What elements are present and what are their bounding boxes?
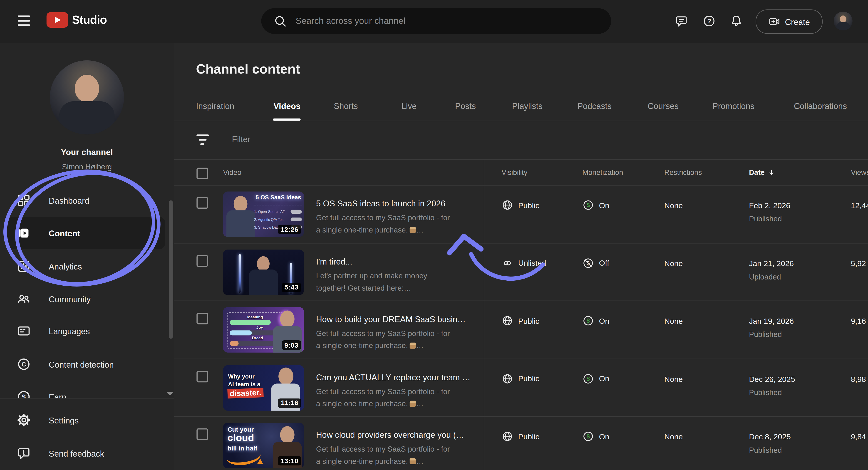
monetization-on-icon: $ — [582, 199, 594, 211]
video-description: Get full access to my SaaS portfolio - f… — [316, 445, 482, 453]
comments-icon[interactable] — [675, 14, 688, 28]
sidebar-item-send-feedback[interactable]: Send feedback — [0, 437, 174, 469]
video-thumbnail[interactable]: 5 OS SaaS Ideas 1. Open-Source Aff 2. Ag… — [223, 191, 304, 237]
svg-text:$: $ — [587, 202, 590, 208]
restrictions-cell: None — [664, 375, 683, 383]
package-emoji — [409, 401, 415, 407]
tab-courses[interactable]: Courses — [648, 101, 679, 111]
date-status: Published — [749, 446, 782, 455]
date-cell: Dec 26, 2025 — [749, 375, 795, 383]
sidebar-item-languages[interactable]: Languages — [0, 315, 174, 347]
tab-podcasts[interactable]: Podcasts — [577, 101, 611, 111]
video-title[interactable]: How cloud providers overcharge you (… — [316, 430, 482, 440]
video-title[interactable]: I'm tired... — [316, 257, 482, 266]
video-table: 5 OS SaaS Ideas 1. Open-Source Aff 2. Ag… — [174, 186, 868, 470]
video-description: Let's partner up and make money — [316, 272, 482, 280]
tab-posts[interactable]: Posts — [455, 101, 476, 111]
row-checkbox[interactable] — [196, 429, 208, 440]
monetization-cell[interactable]: $ On — [582, 373, 609, 384]
row-checkbox[interactable] — [196, 197, 208, 209]
date-cell: Jan 21, 2026 — [749, 259, 794, 268]
notifications-bell-icon[interactable] — [730, 14, 743, 28]
sidebar-scrollbar[interactable] — [169, 200, 173, 339]
package-emoji — [409, 227, 415, 233]
sidebar-item-community[interactable]: Community — [0, 283, 174, 315]
video-title[interactable]: Can you ACTUALLY replace your team … — [316, 372, 482, 382]
video-title[interactable]: How to build your DREAM SaaS busin… — [316, 314, 482, 324]
menu-icon[interactable] — [18, 15, 30, 26]
video-description: a single one-time purchase.… — [316, 457, 482, 466]
video-description: Get full access to my SaaS portfolio - f… — [316, 387, 482, 396]
help-icon[interactable]: ? — [703, 14, 716, 28]
column-header-views[interactable]: Views — [851, 168, 868, 177]
visibility-cell[interactable]: Public — [501, 373, 539, 384]
column-header-video[interactable]: Video — [223, 168, 241, 177]
globe-public-icon — [501, 199, 513, 211]
views-cell: 12,44 — [851, 201, 868, 210]
sidebar-item-dashboard[interactable]: Dashboard — [0, 184, 174, 216]
create-button[interactable]: Create — [755, 9, 823, 34]
scroll-down-arrow-icon[interactable] — [167, 392, 173, 396]
monetization-cell[interactable]: $ Off — [582, 257, 609, 269]
content-tabs: Inspiration Videos Shorts Live Posts Pla… — [174, 43, 868, 121]
table-row: 5 OS SaaS Ideas 1. Open-Source Aff 2. Ag… — [174, 186, 868, 243]
date-status: Published — [749, 331, 782, 339]
svg-text:$: $ — [587, 318, 590, 324]
globe-public-icon — [501, 315, 513, 326]
restrictions-cell: None — [664, 259, 683, 268]
column-header-restrictions[interactable]: Restrictions — [664, 168, 702, 177]
row-checkbox[interactable] — [196, 313, 208, 324]
row-checkbox[interactable] — [196, 255, 208, 267]
account-avatar[interactable] — [834, 11, 852, 30]
column-header-monetization[interactable]: Monetization — [582, 168, 623, 177]
svg-text:?: ? — [707, 18, 711, 25]
video-thumbnail[interactable]: Why your AI team is a disaster. 11:16 — [223, 365, 304, 410]
tab-collaborations[interactable]: Collaborations — [794, 101, 847, 111]
tab-promotions[interactable]: Promotions — [712, 101, 754, 111]
column-header-visibility[interactable]: Visibility — [501, 168, 527, 177]
monetization-cell[interactable]: $ On — [582, 199, 609, 211]
sidebar-item-content[interactable]: Content — [7, 217, 165, 249]
table-column-divider — [484, 159, 484, 470]
table-row: 5:43 I'm tired... Let's partner up and m… — [174, 243, 868, 301]
tab-videos[interactable]: Videos — [273, 101, 301, 111]
visibility-cell[interactable]: Public — [501, 315, 539, 326]
video-description: together! Get started here:… — [316, 284, 482, 292]
dashboard-icon — [17, 193, 31, 208]
monetization-off-icon: $ — [582, 257, 594, 269]
select-all-checkbox[interactable] — [196, 168, 208, 179]
globe-public-icon — [501, 373, 513, 384]
table-row: Meaning Joy Dread 9:03 — [174, 301, 868, 359]
visibility-cell[interactable]: Unlisted — [501, 257, 546, 269]
search-bar[interactable] — [261, 8, 611, 34]
create-video-icon — [768, 15, 781, 28]
tab-live[interactable]: Live — [401, 101, 416, 111]
search-input[interactable] — [294, 15, 611, 27]
visibility-cell[interactable]: Public — [501, 199, 539, 211]
tab-shorts[interactable]: Shorts — [334, 101, 358, 111]
video-title[interactable]: 5 OS SaaS ideas to launch in 2026 — [316, 199, 482, 208]
restrictions-cell: None — [664, 201, 683, 210]
svg-text:C: C — [22, 361, 26, 368]
channel-avatar[interactable] — [50, 60, 124, 135]
filter-bar[interactable]: Filter — [174, 121, 868, 160]
video-thumbnail[interactable]: 5:43 — [223, 249, 304, 295]
youtube-studio-logo[interactable]: Studio — [46, 11, 107, 28]
package-emoji — [409, 459, 415, 465]
visibility-cell[interactable]: Public — [501, 431, 539, 442]
table-header: Video Visibility Monetization Restrictio… — [174, 159, 868, 186]
tab-playlists[interactable]: Playlists — [512, 101, 542, 111]
monetization-on-icon: $ — [582, 373, 594, 384]
tab-inspiration[interactable]: Inspiration — [196, 101, 235, 111]
monetization-cell[interactable]: $ On — [582, 431, 609, 442]
row-checkbox[interactable] — [196, 371, 208, 382]
column-header-date[interactable]: Date — [749, 168, 776, 177]
sidebar-item-settings[interactable]: Settings — [0, 404, 174, 436]
sidebar-item-analytics[interactable]: Analytics — [0, 250, 174, 282]
svg-text:$: $ — [587, 376, 590, 382]
video-thumbnail[interactable]: Cut your cloud bill in half 13:10 — [223, 423, 304, 468]
copyright-icon: C — [17, 357, 31, 371]
sidebar-item-content-detection[interactable]: C Content detection — [0, 348, 174, 380]
monetization-cell[interactable]: $ On — [582, 315, 609, 326]
video-thumbnail[interactable]: Meaning Joy Dread 9:03 — [223, 307, 304, 353]
